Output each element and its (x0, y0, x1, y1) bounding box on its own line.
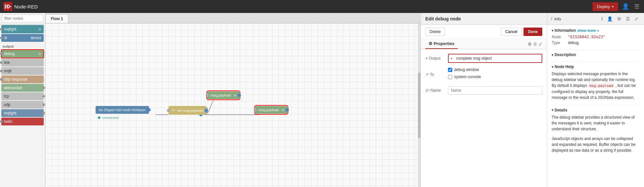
sidebar-item-mqlight-2[interactable]: mqlight (1, 109, 44, 117)
edit-tab-icons: ⚙ ⎘ ⤢ (528, 41, 542, 47)
deploy-button[interactable]: Deploy ▾ (592, 2, 618, 11)
sidebar-item-ibmiot[interactable]: ⚙ ibmiot (1, 34, 44, 42)
canvas-node-label: msg.payload (259, 108, 279, 112)
delete-button[interactable]: Delete (425, 28, 445, 36)
edit-panel-title: Edit debug node (425, 16, 461, 21)
name-label-text: Name (431, 88, 441, 93)
port-right (42, 112, 45, 114)
node-label: debug (4, 52, 15, 56)
info-tab-expand[interactable]: ⤢ (633, 16, 640, 22)
canvas-node-set-payload[interactable]: ✂ set msg.payload (168, 106, 206, 115)
description-label: Description (555, 53, 576, 57)
port-left (0, 120, 3, 123)
node-label: twilio (4, 119, 13, 124)
settings-icon[interactable]: ⚙ (528, 41, 532, 47)
user-icon-button[interactable]: 👤 (621, 2, 630, 11)
details-text-2: JavaScript objects and arrays can be col… (552, 136, 639, 153)
tab-properties[interactable]: ⚙ Properties (425, 39, 458, 49)
connected-dot (98, 116, 100, 119)
help-code: msg.payload (588, 83, 615, 88)
node-row: Node "61526042.92e23" (552, 35, 639, 39)
info-tab-gear[interactable]: ⚙ (615, 16, 623, 22)
nodes-list: mqlight ≡ ⚙ ibmiot output debug ≡ link m… (0, 24, 45, 187)
name-control (448, 86, 542, 95)
info-tab-list[interactable]: ☰ (624, 16, 632, 22)
to-label: ↗ To (425, 72, 448, 77)
node-label: ibmiot (31, 36, 41, 40)
node-help-title: ▾ Node Help (552, 64, 639, 69)
system-console-checkbox[interactable] (448, 75, 452, 79)
debug-window-checkbox[interactable] (448, 68, 452, 72)
done-button[interactable]: Done (523, 28, 542, 36)
search-input[interactable] (2, 15, 43, 22)
details-label: Details (555, 108, 567, 112)
sidebar-item-http-response[interactable]: http response (1, 76, 44, 83)
canvas-scrollbar[interactable] (418, 23, 420, 187)
node-icon: ≡ (39, 51, 41, 56)
port-right (42, 95, 45, 98)
topbar-left: Node-RED (3, 2, 38, 11)
node-label: mqtt (4, 69, 11, 73)
debug-window-label: debug window (454, 67, 479, 72)
sidebar-left: mqlight ≡ ⚙ ibmiot output debug ≡ link m… (0, 13, 45, 187)
sidebar-item-udp[interactable]: udp (1, 101, 44, 109)
canvas-node-msg-payload-top[interactable]: msg.payload ≡ (207, 91, 239, 99)
connected-status: connected (98, 116, 119, 120)
edit-panel: Edit debug node Delete Cancel Done ⚙ Pro… (420, 13, 547, 187)
gear-icon: ⚙ (4, 36, 7, 40)
node-label: http response (4, 77, 28, 82)
port-left (254, 108, 257, 111)
sidebar-item-twilio[interactable]: twilio (1, 118, 44, 125)
connected-text: connected (102, 116, 119, 120)
details-text-1: The debug sidebar provides a structured … (552, 114, 639, 132)
sidebar-item-websocket[interactable]: websocket (1, 84, 44, 92)
info-panel-header: i info i 👤 ⚙ ☰ ⤢ (547, 13, 644, 25)
details-title: ▾ Details (552, 108, 639, 112)
select-arrow: ▾ (449, 55, 454, 62)
info-panel-title: info (554, 17, 561, 21)
canvas[interactable]: iot-2/type/+/id/+/evt/+/fmt/json connect… (45, 23, 420, 187)
name-input[interactable] (448, 86, 542, 95)
sidebar-item-mqlight-out[interactable]: mqlight ≡ (1, 25, 44, 33)
type-value: debug (568, 41, 579, 45)
tag-icon: 🏷 (425, 88, 429, 93)
node-label: link (4, 60, 10, 65)
cancel-button[interactable]: Cancel (501, 28, 522, 36)
copy-icon[interactable]: ⎘ (534, 41, 536, 47)
topbar-right: Deploy ▾ 👤 ☰ (592, 2, 641, 11)
information-label: Information (555, 28, 576, 33)
port-right (42, 103, 45, 106)
sidebar-item-tcp[interactable]: tcp (1, 92, 44, 100)
tab-flow1[interactable]: Flow 1 (45, 14, 68, 23)
sidebar-item-mqtt[interactable]: mqtt (1, 67, 44, 75)
info-tab-i[interactable]: i (600, 16, 604, 22)
arrow-icon: ▾ (552, 53, 553, 57)
output-category-label: output (0, 42, 45, 49)
expand-icon[interactable]: ⤢ (538, 41, 542, 47)
canvas-node-msg-payload-bot[interactable]: msg.payload ≡ (255, 106, 287, 114)
canvas-node-iot[interactable]: iot-2/type/+/id/+/evt/+/fmt/json (96, 106, 149, 114)
filter-nodes-container (0, 13, 45, 24)
system-console-label: system console (454, 75, 481, 79)
node-label: udp (4, 102, 10, 107)
output-select[interactable]: ▾ complete msg object (448, 54, 542, 63)
node-icon: ≡ (39, 27, 41, 32)
show-more-link[interactable]: show more » (577, 29, 599, 32)
output-field-row: ≡ Output ▾ complete msg object (425, 54, 542, 63)
main-layout: mqlight ≡ ⚙ ibmiot output debug ≡ link m… (0, 13, 644, 187)
canvas-node-label: msg.payload (211, 93, 231, 97)
edit-panel-tabs: ⚙ Properties ⚙ ⎘ ⤢ (421, 39, 547, 49)
canvas-scrollbar-thumb[interactable] (418, 73, 420, 138)
node-help-label: Node Help (555, 64, 574, 69)
info-tab-person[interactable]: 👤 (605, 16, 614, 22)
menu-icon-button[interactable]: ☰ (633, 2, 641, 11)
port-left (206, 94, 209, 97)
node-label: websocket (4, 86, 22, 90)
app-title: Node-RED (14, 4, 38, 9)
sidebar-item-link[interactable]: link (1, 59, 44, 66)
output-label-text: Output (429, 56, 441, 61)
to-label-text: To (430, 72, 434, 77)
logo: Node-RED (3, 2, 38, 11)
list-icon: ≡ (425, 56, 428, 61)
sidebar-item-debug[interactable]: debug ≡ (1, 50, 44, 58)
